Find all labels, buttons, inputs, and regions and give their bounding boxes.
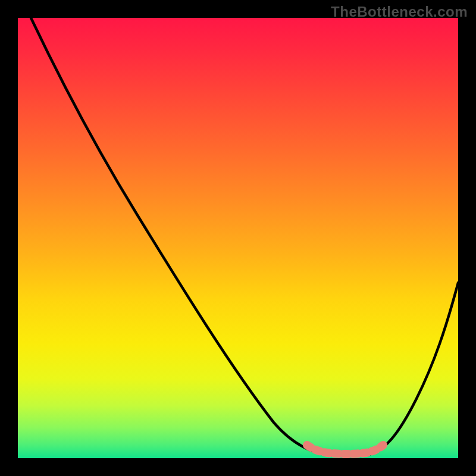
plot-area <box>18 18 458 458</box>
optimal-band-line <box>307 445 383 454</box>
curve-layer <box>18 18 458 458</box>
watermark-text: TheBottleneck.com <box>331 4 468 20</box>
bottleneck-line <box>31 18 458 455</box>
chart-frame: TheBottleneck.com <box>0 0 476 476</box>
